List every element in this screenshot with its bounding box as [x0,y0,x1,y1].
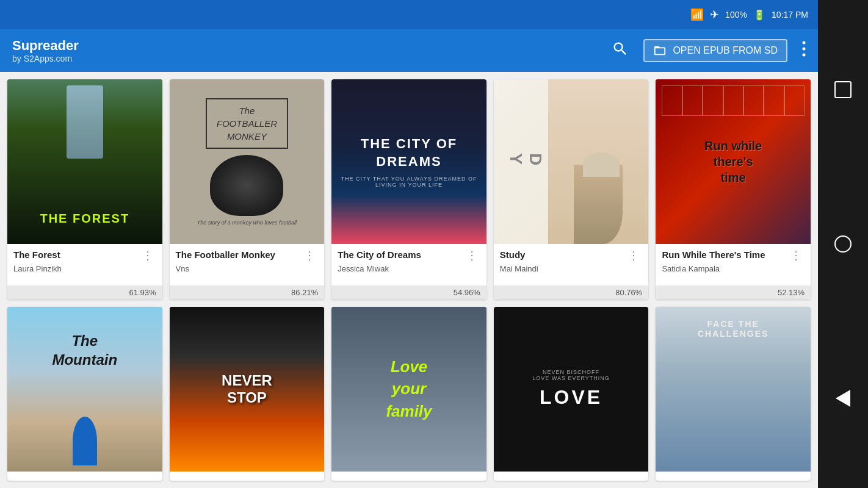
neverstop-cover-title: NEVERSTOP [222,372,272,406]
book-card-facechallenges[interactable]: FACE THECHALLENGES [656,307,811,481]
open-epub-label: OPEN EPUB FROM SD [673,45,778,56]
book-cover-mountain: TheMountain [7,307,162,472]
android-home-button[interactable] [830,231,856,257]
book-info-study: Study ⋮ [494,244,649,262]
book-cover-love: NEVEN BISCHOFFLOVE WAS EVERYTHING LOVE [494,307,649,472]
book-progress-study: 80.76% [494,285,649,300]
book-title-forest: The Forest [13,249,138,261]
book-progress-run: 52.13% [656,285,811,300]
header-actions: OPEN EPUB FROM SD [612,39,806,62]
love-cover-title: LOVE [540,386,602,409]
book-author-city: Jessica Miwak [331,262,486,276]
book-card-monkey[interactable]: TheFOOTBALLERMONKEY The story of a monke… [170,79,325,300]
book-cover-study: STUDY [494,79,649,244]
app-subtitle: by S2Apps.com [12,54,612,63]
mountain-figure [73,417,97,465]
book-info-run: Run While There's Time ⋮ [656,244,811,262]
book-more-study[interactable]: ⋮ [627,247,639,265]
book-more-city[interactable]: ⋮ [465,247,477,265]
book-cover-facechallenges: FACE THECHALLENGES [656,307,811,472]
book-cover-city: THE CITY OF DREAMS THE CITY THAT YOU ALW… [331,79,486,244]
book-progress-forest: 61.93% [7,285,162,300]
monkey-caption: The story of a monkey who loves football [197,220,297,226]
book-title-monkey: The Footballer Monkey [176,249,300,261]
book-card-run[interactable]: Run whilethere'stime Run While There's T… [656,79,811,300]
book-progress-monkey: 86.21% [170,285,325,300]
app-title-block: Supreader by S2Apps.com [12,38,612,63]
book-cover-neverstop: NEVERSTOP [170,307,325,472]
book-card-study[interactable]: STUDY Study ⋮ Mai Maindi 80.76% [494,79,649,300]
home-icon [834,235,852,253]
wifi-icon: 📶 [690,8,704,21]
monkey-img [210,155,283,216]
book-more-forest[interactable]: ⋮ [141,247,153,265]
run-cover-title: Run whilethere'stime [704,138,762,185]
book-info-forest: The Forest ⋮ [7,244,162,262]
book-cover-lovefamily: Loveyourfamily [331,307,486,472]
city-cover-sub: THE CITY THAT YOU ALWAYS DREAMED OF LIVI… [331,176,486,188]
book-author-run: Satidia Kampala [656,262,811,276]
battery-label: 100% [725,10,747,20]
app-title: Supreader [12,38,612,54]
book-more-run[interactable]: ⋮ [790,247,801,265]
svg-point-2 [803,53,806,56]
book-progress-city: 54.96% [331,285,486,300]
recent-apps-icon [834,81,852,98]
facechallenges-cover-title: FACE THECHALLENGES [698,319,769,339]
battery-icon: 🔋 [753,9,765,21]
android-recent-button[interactable] [830,76,856,103]
book-info-monkey: The Footballer Monkey ⋮ [170,244,325,262]
book-title-run: Run While There's Time [662,249,786,261]
book-title-city: The City of Dreams [338,249,462,261]
status-bar: 📶 ✈ 100% 🔋 10:17 PM [0,0,818,29]
book-card-lovefamily[interactable]: Loveyourfamily [331,307,486,481]
book-cover-monkey: TheFOOTBALLERMONKEY The story of a monke… [170,79,325,244]
open-epub-button[interactable]: OPEN EPUB FROM SD [643,39,787,62]
mountain-cover-text: TheMountain [7,331,162,369]
lovefamily-cover-title: Loveyourfamily [386,356,432,422]
status-icons: 📶 ✈ 100% 🔋 10:17 PM [690,8,808,21]
book-card-mountain[interactable]: TheMountain [7,307,162,481]
book-cover-forest: THE FOREST [7,79,162,244]
book-grid: THE FOREST The Forest ⋮ Laura Pinzikh 61… [0,72,818,488]
book-author-monkey: Vns [170,262,325,276]
book-author-study: Mai Maindi [494,262,649,276]
book-card-neverstop[interactable]: NEVERSTOP [170,307,325,481]
monkey-box: TheFOOTBALLERMONKEY [206,98,288,149]
book-card-city[interactable]: THE CITY OF DREAMS THE CITY THAT YOU ALW… [331,79,486,300]
city-cover-title: THE CITY OF DREAMS [331,135,486,170]
book-card-love[interactable]: NEVEN BISCHOFFLOVE WAS EVERYTHING LOVE [494,307,649,481]
book-title-study: Study [500,249,624,261]
app-header: Supreader by S2Apps.com OPEN EPUB FROM S… [0,29,818,72]
time-label: 10:17 PM [772,10,808,20]
book-info-city: The City of Dreams ⋮ [331,244,486,262]
book-author-forest: Laura Pinzikh [7,262,162,276]
svg-point-1 [803,47,806,50]
svg-point-0 [803,41,806,44]
search-button[interactable] [612,40,629,62]
book-cover-run: Run whilethere'stime [656,79,811,244]
android-back-button[interactable] [830,385,856,412]
forest-cover-title: THE FOREST [7,212,162,226]
back-icon [836,390,850,407]
android-nav-bar [818,0,868,488]
airplane-icon: ✈ [710,8,719,21]
book-card-forest[interactable]: THE FOREST The Forest ⋮ Laura Pinzikh 61… [7,79,162,300]
book-more-monkey[interactable]: ⋮ [303,247,315,265]
more-options-button[interactable] [802,40,806,62]
love-cover-top: NEVEN BISCHOFFLOVE WAS EVERYTHING [532,369,610,381]
